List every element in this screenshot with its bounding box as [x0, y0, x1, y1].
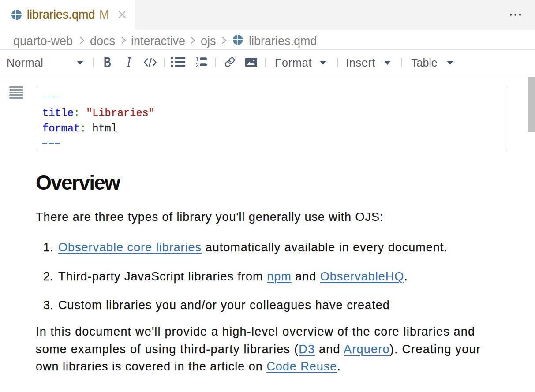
svg-text:2: 2: [195, 62, 199, 68]
